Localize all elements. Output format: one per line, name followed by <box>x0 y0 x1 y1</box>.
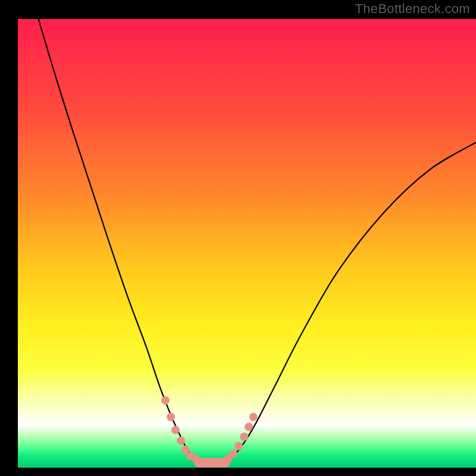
dot-right-dots <box>240 433 248 441</box>
band-valley-band <box>194 458 230 468</box>
dot-left-dots <box>161 396 170 405</box>
dot-left-dots <box>177 437 185 445</box>
dot-right-dots <box>245 422 253 431</box>
dot-right-dots <box>234 442 243 450</box>
chart-svg <box>0 0 476 476</box>
plot-background <box>18 19 476 468</box>
dot-left-dots <box>171 426 180 434</box>
chart-stage: TheBottleneck.com <box>0 0 476 476</box>
dot-right-dots <box>249 413 258 421</box>
dot-right-dots <box>229 450 237 458</box>
dot-left-dots <box>167 413 175 421</box>
watermark-text: TheBottleneck.com <box>355 1 470 17</box>
